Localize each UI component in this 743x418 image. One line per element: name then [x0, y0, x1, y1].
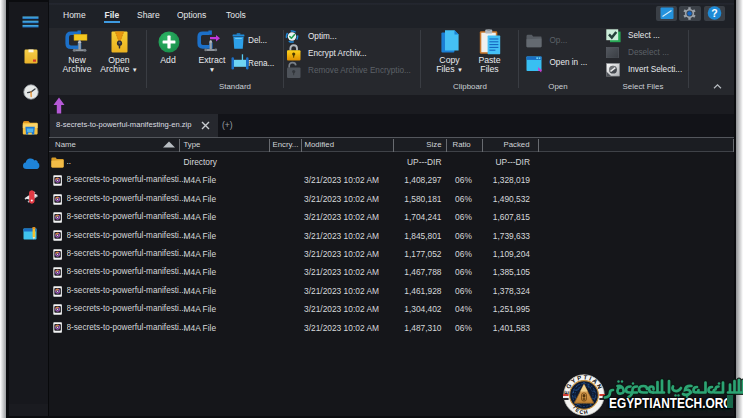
- svg-text:?: ?: [711, 7, 717, 19]
